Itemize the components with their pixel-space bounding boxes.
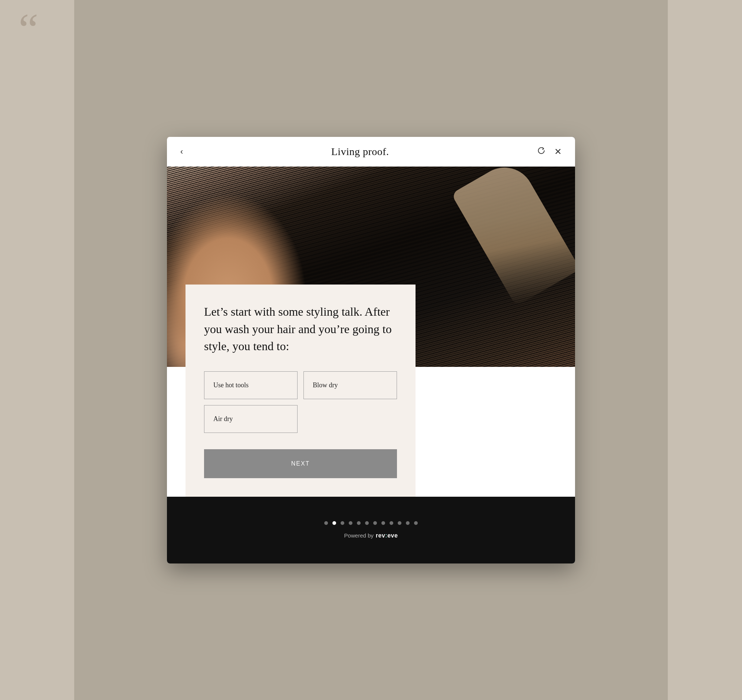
modal-footer: Powered by rev:eve — [167, 497, 575, 563]
quiz-modal: ‹ Living proof. ✕ Let’s start with some … — [167, 137, 575, 563]
next-button[interactable]: NEXT — [204, 449, 397, 478]
options-grid: Use hot tools Blow dry Air dry — [204, 371, 397, 433]
option-air-dry[interactable]: Air dry — [204, 405, 297, 433]
progress-dot-5 — [365, 521, 369, 525]
quiz-content-card: Let’s start with some styling talk. Afte… — [186, 285, 415, 496]
question-text: Let’s start with some styling talk. Afte… — [204, 303, 397, 354]
option-use-hot-tools[interactable]: Use hot tools — [204, 371, 297, 399]
modal-header: ‹ Living proof. ✕ — [167, 137, 575, 166]
revieve-logo: rev:eve — [376, 532, 398, 539]
progress-dot-2 — [340, 521, 344, 525]
progress-dot-0 — [324, 521, 328, 525]
bg-left-panel — [0, 0, 74, 700]
progress-dot-7 — [381, 521, 385, 525]
refresh-button[interactable] — [537, 147, 545, 157]
powered-by: Powered by rev:eve — [344, 532, 398, 539]
back-button[interactable]: ‹ — [180, 148, 183, 156]
quote-mark-decoration: “ — [19, 7, 38, 52]
bg-right-panel — [668, 0, 742, 700]
progress-dot-9 — [398, 521, 402, 525]
header-actions: ✕ — [537, 147, 562, 157]
progress-dot-6 — [373, 521, 377, 525]
progress-dot-11 — [414, 521, 418, 525]
progress-dots — [324, 521, 418, 525]
progress-dot-3 — [349, 521, 352, 525]
progress-dot-4 — [357, 521, 361, 525]
option-blow-dry[interactable]: Blow dry — [303, 371, 397, 399]
progress-dot-1 — [333, 521, 336, 525]
progress-dot-10 — [406, 521, 409, 525]
progress-dot-8 — [390, 521, 393, 525]
modal-title: Living proof. — [331, 146, 389, 158]
powered-by-label: Powered by — [344, 532, 374, 539]
close-button[interactable]: ✕ — [554, 147, 562, 156]
